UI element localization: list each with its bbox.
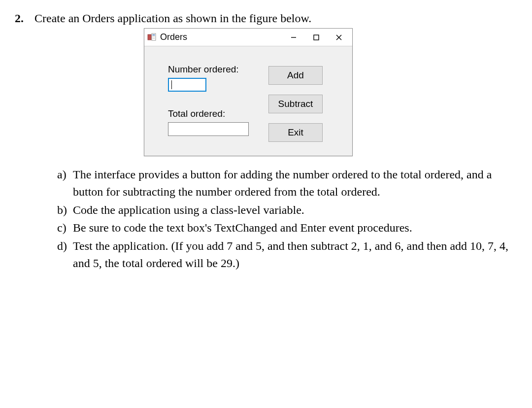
client-area: Number ordered: Total ordered: Add Subt: [144, 46, 352, 156]
number-ordered-group: Number ordered:: [168, 64, 249, 92]
sub-item-b: b) Code the application using a class-le…: [57, 202, 517, 219]
svg-rect-0: [148, 34, 151, 40]
sub-text: Code the application using a class-level…: [73, 202, 517, 219]
add-button[interactable]: Add: [268, 66, 323, 85]
total-ordered-label: Total ordered:: [168, 108, 249, 119]
sub-text: The interface provides a button for addi…: [73, 166, 517, 201]
question-number: 2.: [15, 12, 28, 25]
question-intro: Create an Orders application as shown in…: [34, 12, 517, 25]
text-caret: [171, 80, 172, 89]
left-column: Number ordered: Total ordered:: [168, 64, 249, 142]
subtract-button[interactable]: Subtract: [268, 95, 323, 113]
close-button[interactable]: [328, 29, 350, 46]
svg-rect-6: [314, 35, 319, 40]
exit-button[interactable]: Exit: [268, 123, 323, 142]
total-ordered-input[interactable]: [168, 122, 249, 136]
app-icon: [147, 33, 156, 42]
maximize-button[interactable]: [305, 29, 328, 46]
svg-rect-3: [153, 36, 155, 37]
question-2: 2. Create an Orders application as shown…: [15, 12, 517, 273]
sub-text: Be sure to code the text box's TextChang…: [73, 219, 517, 237]
window-controls: [282, 29, 350, 46]
sub-item-d: d) Test the application. (If you add 7 a…: [57, 238, 517, 272]
sub-item-a: a) The interface provides a button for a…: [57, 166, 517, 201]
sub-letter: d): [57, 238, 73, 255]
titlebar: Orders: [144, 29, 352, 46]
number-ordered-input[interactable]: [168, 78, 206, 92]
sub-item-c: c) Be sure to code the text box's TextCh…: [57, 219, 517, 237]
svg-rect-2: [153, 34, 155, 35]
sub-text: Test the application. (If you add 7 and …: [73, 238, 517, 272]
orders-window: Orders: [144, 28, 353, 156]
total-ordered-group: Total ordered:: [168, 108, 249, 136]
right-column: Add Subtract Exit: [268, 64, 323, 142]
window-title: Orders: [160, 32, 282, 42]
sub-letter: a): [57, 166, 73, 183]
svg-rect-4: [153, 38, 155, 38]
sub-list: a) The interface provides a button for a…: [34, 166, 517, 272]
minimize-button[interactable]: [282, 29, 305, 46]
sub-letter: c): [57, 219, 73, 237]
sub-letter: b): [57, 202, 73, 219]
question-body: Create an Orders application as shown in…: [34, 12, 517, 273]
figure-wrap: Orders: [34, 28, 517, 156]
number-ordered-label: Number ordered:: [168, 64, 249, 75]
